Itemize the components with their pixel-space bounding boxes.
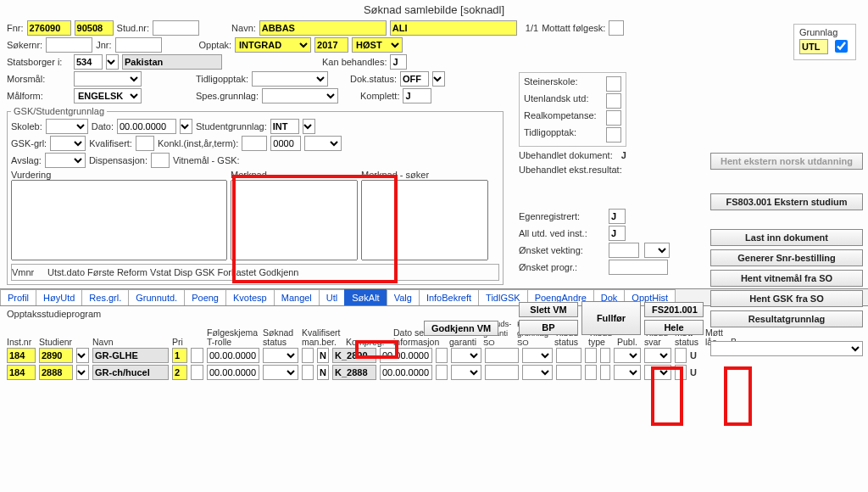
onsketvek-input[interactable] (609, 243, 639, 258)
lastinn-button[interactable]: Last inn dokument (710, 229, 863, 246)
row-sv1[interactable] (600, 365, 610, 380)
row-inst[interactable] (7, 365, 36, 380)
opptak-sem-select[interactable]: HØST (352, 37, 403, 53)
row-trolle[interactable] (207, 348, 259, 363)
tab-resgrl[interactable]: Res.grl. (81, 289, 129, 305)
row-las[interactable] (675, 365, 687, 380)
row-kvalgrso[interactable] (485, 348, 519, 363)
studgr-dd[interactable] (303, 119, 315, 134)
row-tilbstatus[interactable] (522, 365, 553, 380)
row-kvalgrso[interactable] (485, 365, 519, 380)
hele-button[interactable]: Hele (644, 320, 704, 335)
row-tilbgarso[interactable] (451, 365, 481, 380)
row-publ[interactable] (585, 348, 597, 363)
allutd-input[interactable] (609, 226, 626, 241)
merksok-text[interactable] (361, 180, 488, 260)
grunnlag-input[interactable] (799, 39, 828, 54)
dokstatus-input[interactable] (400, 71, 429, 87)
tab-hoyutd[interactable]: HøyUtd (36, 289, 82, 305)
row-sv1[interactable] (600, 348, 610, 363)
row-folge[interactable] (191, 348, 203, 363)
row-tilbtype[interactable] (556, 348, 581, 363)
fs803-button[interactable]: FS803.001 Ekstern studium (710, 193, 863, 210)
dokstatus-dd[interactable] (432, 71, 445, 87)
utenlutd-input[interactable] (606, 93, 621, 109)
statsborger-code-input[interactable] (74, 54, 103, 70)
gensnr-button[interactable]: Generer Snr-bestilling (710, 249, 863, 266)
dato-dd[interactable] (180, 119, 192, 134)
tidligopp-select[interactable] (252, 71, 328, 87)
bp-button[interactable]: BP (519, 320, 578, 335)
row-las[interactable] (675, 348, 687, 363)
row-sokstatus[interactable] (263, 365, 298, 380)
opptak-year-input[interactable] (314, 37, 348, 53)
realkomp-input[interactable] (606, 110, 621, 126)
tab-infobekreft[interactable]: InfoBekreft (419, 289, 479, 305)
godkjennvm-button[interactable]: Godkjenn VM (424, 321, 498, 336)
avslag-select[interactable] (45, 153, 86, 168)
row-stud-dd[interactable] (76, 365, 89, 380)
skoleb-select[interactable] (46, 119, 88, 134)
studgr-input[interactable] (270, 119, 299, 134)
row-dato[interactable] (380, 348, 432, 363)
komplett-input[interactable] (403, 88, 431, 103)
row-tilbtype[interactable] (556, 365, 581, 380)
tab-poeng[interactable]: Poeng (184, 289, 226, 305)
row-manber[interactable] (317, 365, 329, 380)
row-kval1[interactable] (302, 365, 314, 380)
kanbeh-input[interactable] (390, 54, 407, 70)
row-folge[interactable] (191, 365, 203, 380)
gskgrl-select[interactable] (50, 136, 86, 151)
fullfor-button[interactable]: Fullfør (581, 301, 641, 335)
navn-first-input[interactable] (390, 20, 517, 36)
steiner-input[interactable] (606, 76, 621, 92)
vurdering-text[interactable] (11, 180, 227, 260)
row-mott[interactable] (644, 348, 671, 363)
row-mott[interactable] (644, 365, 671, 380)
konkl-year[interactable] (270, 136, 301, 151)
tab-valg[interactable]: Valg (387, 289, 420, 305)
row-tilbgar[interactable] (436, 365, 448, 380)
hentvitn-button[interactable]: Hent vitnemål fra SO (710, 270, 863, 287)
row-pri[interactable] (172, 348, 187, 363)
egenreg-input[interactable] (609, 209, 626, 224)
row-dato[interactable] (380, 365, 432, 380)
navn-last-input[interactable] (259, 20, 387, 36)
malform-select[interactable]: ENGELSK (74, 88, 142, 103)
konkl-inst[interactable] (242, 136, 267, 151)
tab-sokalt[interactable]: SøkAlt (344, 289, 387, 305)
row-manber[interactable] (317, 348, 329, 363)
row-trolle[interactable] (207, 365, 259, 380)
studnr-input[interactable] (153, 20, 199, 36)
merknad-text[interactable] (231, 180, 358, 260)
tab-profil[interactable]: Profil (0, 289, 36, 305)
row-tilbstatus[interactable] (522, 348, 553, 363)
tab-grunnutd[interactable]: Grunnutd. (128, 289, 185, 305)
sokernr-input[interactable] (46, 37, 92, 53)
tidligopp2-input[interactable] (606, 127, 621, 143)
opptak-type-select[interactable]: INTGRAD (235, 37, 311, 53)
resgr-button[interactable]: Resultatgrunnlag (710, 310, 863, 327)
row-tilbgarso[interactable] (451, 348, 481, 363)
morsmal-select[interactable] (74, 71, 142, 87)
statsborger-dd[interactable] (106, 54, 119, 70)
row-stud-dd[interactable] (76, 348, 89, 363)
jnr-input[interactable] (115, 37, 162, 53)
row-sokstatus[interactable] (263, 348, 298, 363)
mottatt-input[interactable] (609, 20, 624, 36)
slettvm-button[interactable]: Slett VM (519, 302, 578, 317)
row-tilbgar[interactable] (436, 348, 448, 363)
tab-mangel[interactable]: Mangel (274, 289, 320, 305)
row-stud[interactable] (39, 365, 73, 380)
fs201-button[interactable]: FS201.001 (644, 302, 704, 317)
row-pri[interactable] (172, 365, 187, 380)
tab-kvotesp[interactable]: Kvotesp (225, 289, 275, 305)
fnr1-input[interactable] (27, 20, 71, 36)
row-publ[interactable] (585, 365, 597, 380)
onsketprg-input[interactable] (609, 260, 668, 275)
dato-input[interactable] (117, 119, 176, 134)
disp-input[interactable] (151, 153, 170, 168)
row-tilbsvar[interactable] (614, 348, 641, 363)
row-stud[interactable] (39, 348, 73, 363)
row-inst[interactable] (7, 348, 36, 363)
